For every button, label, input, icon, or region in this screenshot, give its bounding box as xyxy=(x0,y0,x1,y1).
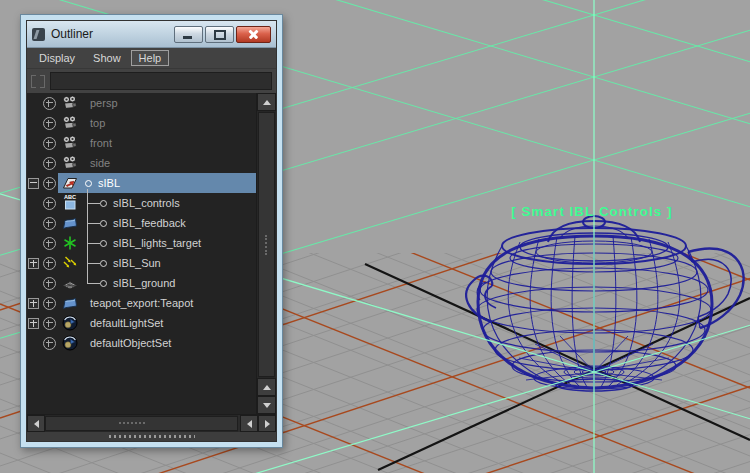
row-teapot-export[interactable]: teapot_export:Teapot xyxy=(27,293,256,313)
row-persp[interactable]: persp xyxy=(27,93,256,113)
expand-circle-icon[interactable] xyxy=(40,157,58,170)
arrow-up-icon xyxy=(263,100,271,105)
scroll-right-button[interactable] xyxy=(258,415,276,432)
node-label: sIBL_ground xyxy=(113,277,175,289)
scroll-up-button-bottom[interactable] xyxy=(257,378,276,396)
expand-circle-icon[interactable] xyxy=(40,237,58,250)
camera-icon xyxy=(62,115,78,131)
tree-connector xyxy=(87,223,100,224)
expand-circle-icon[interactable] xyxy=(40,97,58,110)
horizontal-scroll-track[interactable] xyxy=(45,415,238,432)
tree-connector xyxy=(87,283,100,284)
window-resize-grip[interactable] xyxy=(27,432,276,441)
tree-connector xyxy=(87,243,100,244)
expand-circle-icon[interactable] xyxy=(40,317,58,330)
row-sibl-controls[interactable]: ABC sIBL_controls xyxy=(27,193,256,213)
outliner-tree[interactable]: persp top front xyxy=(27,93,256,414)
svg-text:ABC: ABC xyxy=(64,194,76,200)
outliner-search-input[interactable] xyxy=(50,72,272,90)
tree-branch-line xyxy=(87,189,88,284)
expand-circle-icon[interactable] xyxy=(40,297,58,310)
scroll-up-button[interactable] xyxy=(257,93,276,111)
node-label: persp xyxy=(90,97,118,109)
row-top[interactable]: top xyxy=(27,113,256,133)
expand-circle-icon[interactable] xyxy=(40,197,58,210)
expand-circle-icon[interactable] xyxy=(40,137,58,150)
outliner-search-row xyxy=(27,69,276,93)
expand-circle-icon[interactable] xyxy=(40,217,58,230)
arrow-left-icon xyxy=(247,420,252,428)
tree-connector xyxy=(87,203,100,204)
node-label: sIBL_feedback xyxy=(113,217,186,229)
expand-box-icon[interactable] xyxy=(28,298,39,309)
minimize-button[interactable] xyxy=(174,26,203,43)
maximize-icon xyxy=(214,30,226,40)
minimize-icon xyxy=(183,36,192,39)
node-label: sIBL_controls xyxy=(113,197,180,209)
object-set-icon xyxy=(62,335,78,351)
expand-circle-icon[interactable] xyxy=(40,117,58,130)
arrow-up-icon xyxy=(263,385,271,390)
outliner-menubar: Display Show Help xyxy=(27,48,276,69)
maximize-button[interactable] xyxy=(205,26,234,43)
image-plane-icon xyxy=(62,175,78,191)
expand-circle-icon[interactable] xyxy=(40,337,58,350)
outliner-window: Outliner Display Show Help xyxy=(20,14,283,448)
expand-circle-icon[interactable] xyxy=(40,257,58,270)
nurbs-surface-icon xyxy=(62,295,78,311)
close-button[interactable] xyxy=(236,26,271,43)
horizontal-scrollbar[interactable] xyxy=(27,414,276,432)
row-default-light-set[interactable]: defaultLightSet xyxy=(27,313,256,333)
camera-icon xyxy=(62,135,78,151)
expand-circle-icon[interactable] xyxy=(40,177,58,190)
row-side[interactable]: side xyxy=(27,153,256,173)
row-default-object-set[interactable]: defaultObjectSet xyxy=(27,333,256,353)
vertical-scroll-track[interactable] xyxy=(257,111,276,378)
menu-display[interactable]: Display xyxy=(31,50,83,66)
row-sibl-ground[interactable]: sIBL_ground xyxy=(27,273,256,293)
camera-icon xyxy=(62,95,78,111)
scroll-left-button[interactable] xyxy=(27,415,45,432)
outliner-titlebar[interactable]: Outliner xyxy=(27,21,276,48)
filter-icon xyxy=(31,74,45,89)
node-dot xyxy=(100,220,107,227)
row-sibl-lights-target[interactable]: sIBL_lights_target xyxy=(27,233,256,253)
node-label: sIBL xyxy=(98,177,120,189)
node-label: side xyxy=(90,157,110,169)
row-sibl-feedback[interactable]: sIBL_feedback xyxy=(27,213,256,233)
nurbs-surface-icon xyxy=(62,215,78,231)
poly-plane-icon xyxy=(62,275,78,291)
scroll-left-button-right[interactable] xyxy=(240,415,258,432)
arrow-left-icon xyxy=(34,420,39,428)
window-title: Outliner xyxy=(51,27,174,41)
node-dot xyxy=(100,280,107,287)
node-label: sIBL_lights_target xyxy=(113,237,201,249)
vertical-scroll-thumb[interactable] xyxy=(258,112,275,377)
grip-dots-icon xyxy=(109,435,195,438)
node-label: top xyxy=(90,117,105,129)
tree-connector xyxy=(87,263,100,264)
node-label: teapot_export:Teapot xyxy=(90,297,193,309)
horizontal-scroll-thumb[interactable] xyxy=(45,416,238,431)
expand-box-icon[interactable] xyxy=(28,258,39,269)
scroll-down-button[interactable] xyxy=(257,396,276,414)
node-label: defaultLightSet xyxy=(90,317,163,329)
directional-light-icon xyxy=(62,255,78,271)
row-front[interactable]: front xyxy=(27,133,256,153)
node-label: defaultObjectSet xyxy=(90,337,171,349)
camera-icon xyxy=(62,155,78,171)
expand-circle-icon[interactable] xyxy=(40,277,58,290)
arrow-right-icon xyxy=(265,420,270,428)
row-sibl-sun[interactable]: sIBL_Sun xyxy=(27,253,256,273)
node-dot xyxy=(85,180,92,187)
arrow-down-icon xyxy=(263,403,271,408)
vertical-scrollbar[interactable] xyxy=(256,93,276,414)
node-dot xyxy=(100,260,107,267)
row-sibl[interactable]: sIBL xyxy=(27,173,256,193)
collapse-box-icon[interactable] xyxy=(28,178,39,189)
node-dot xyxy=(100,200,107,207)
expand-box-icon[interactable] xyxy=(28,318,39,329)
locator-icon xyxy=(62,235,78,251)
menu-help[interactable]: Help xyxy=(131,50,170,66)
menu-show[interactable]: Show xyxy=(85,50,129,66)
